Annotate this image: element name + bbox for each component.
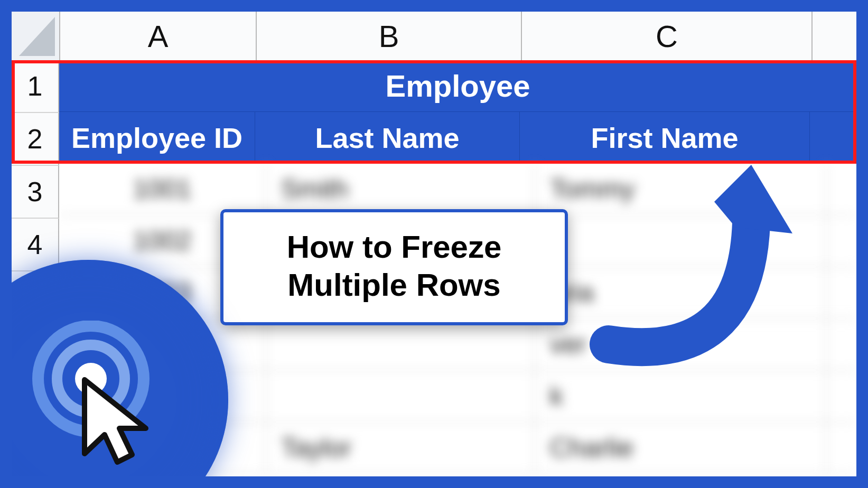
column-header-D[interactable] xyxy=(813,12,856,61)
cell[interactable]: Taylor xyxy=(266,423,535,474)
cell[interactable]: 1001 xyxy=(59,164,266,215)
column-header-C[interactable]: C xyxy=(522,12,813,61)
header-cell-empty[interactable] xyxy=(810,112,856,164)
header-cell-last-name[interactable]: Last Name xyxy=(255,112,520,164)
cell[interactable] xyxy=(827,215,856,267)
cell[interactable] xyxy=(827,164,856,215)
column-header-B[interactable]: B xyxy=(257,12,522,61)
column-header-A[interactable]: A xyxy=(60,12,257,61)
select-all-corner[interactable] xyxy=(12,12,60,61)
cell[interactable] xyxy=(827,423,856,474)
table-row-header-2: Employee ID Last Name First Name xyxy=(59,112,856,164)
svg-marker-1 xyxy=(714,165,792,233)
svg-marker-0 xyxy=(19,17,55,56)
caption-callout: How to Freeze Multiple Rows xyxy=(220,209,568,325)
cell[interactable] xyxy=(266,319,535,371)
caption-text: How to Freeze Multiple Rows xyxy=(244,228,545,304)
curved-arrow-icon xyxy=(577,165,799,387)
row-header-3[interactable]: 3 xyxy=(12,166,59,219)
cell[interactable] xyxy=(266,371,535,423)
column-header-row: A B C xyxy=(12,12,856,60)
header-cell-employee-id[interactable]: Employee ID xyxy=(59,112,255,164)
row-header-1[interactable]: 1 xyxy=(12,60,59,113)
cell[interactable] xyxy=(827,267,856,319)
cell[interactable] xyxy=(827,319,856,371)
cell[interactable]: Smith xyxy=(266,164,535,215)
merged-title-cell[interactable]: Employee xyxy=(59,60,856,112)
table-row-header-1: Employee xyxy=(59,60,856,112)
header-cell-first-name[interactable]: First Name xyxy=(520,112,810,164)
cell[interactable] xyxy=(827,371,856,423)
click-cursor-icon xyxy=(27,321,175,468)
select-all-triangle-icon xyxy=(12,12,59,60)
cell[interactable]: Charlie xyxy=(535,423,827,474)
row-header-4[interactable]: 4 xyxy=(12,219,59,271)
spreadsheet-window: A B C 1 2 3 4 5 Employee Employee ID Las… xyxy=(12,12,856,476)
row-header-2[interactable]: 2 xyxy=(12,113,59,166)
